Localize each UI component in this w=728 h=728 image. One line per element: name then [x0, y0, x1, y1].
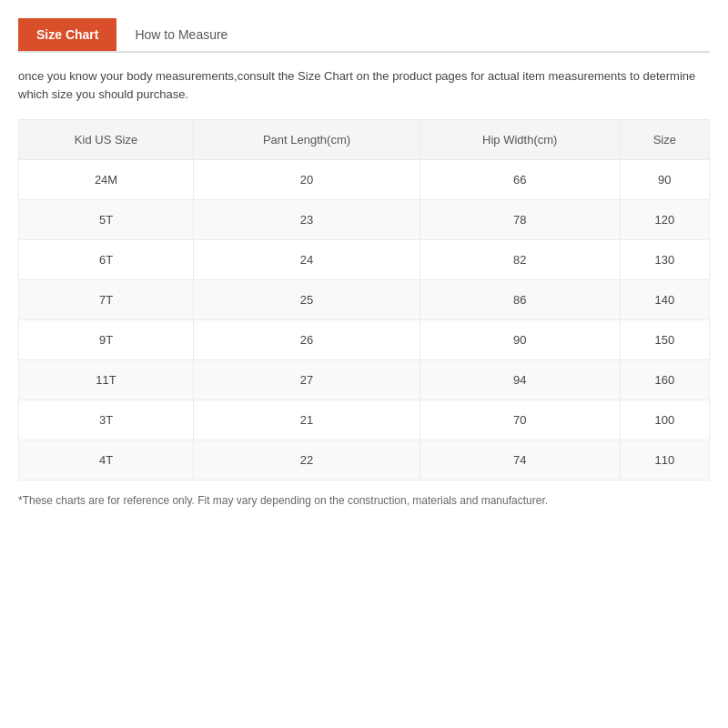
table-cell: 74 — [420, 440, 620, 480]
table-cell: 4T — [19, 440, 194, 480]
table-cell: 3T — [19, 400, 194, 440]
col-header-size: Size — [620, 120, 709, 160]
main-container: Size Chart How to Measure once you know … — [0, 0, 728, 527]
table-cell: 21 — [194, 400, 420, 440]
table-cell: 120 — [620, 200, 709, 240]
table-cell: 66 — [420, 160, 620, 200]
table-cell: 27 — [194, 360, 420, 400]
table-cell: 150 — [620, 320, 709, 360]
table-cell: 90 — [620, 160, 709, 200]
tab-size-chart[interactable]: Size Chart — [18, 18, 116, 51]
table-cell: 130 — [620, 240, 709, 280]
table-cell: 110 — [620, 440, 709, 480]
table-cell: 90 — [420, 320, 620, 360]
table-header-row: Kid US Size Pant Length(cm) Hip Width(cm… — [19, 120, 710, 160]
col-header-hip-width: Hip Width(cm) — [420, 120, 620, 160]
table-cell: 9T — [19, 320, 194, 360]
table-cell: 11T — [19, 360, 194, 400]
table-body: 24M2066905T23781206T24821307T25861409T26… — [19, 160, 710, 480]
table-row: 24M206690 — [19, 160, 710, 200]
table-cell: 25 — [194, 280, 420, 320]
table-row: 6T2482130 — [19, 240, 710, 280]
footnote-text: *These charts are for reference only. Fi… — [18, 493, 710, 509]
size-chart-table: Kid US Size Pant Length(cm) Hip Width(cm… — [18, 119, 710, 480]
table-cell: 100 — [620, 400, 709, 440]
table-row: 7T2586140 — [19, 280, 710, 320]
table-cell: 24 — [194, 240, 420, 280]
table-row: 4T2274110 — [19, 440, 710, 480]
table-cell: 78 — [420, 200, 620, 240]
description-text: once you know your body measurements,con… — [18, 67, 710, 103]
table-cell: 7T — [19, 280, 194, 320]
table-cell: 20 — [194, 160, 420, 200]
table-cell: 160 — [620, 360, 709, 400]
table-header: Kid US Size Pant Length(cm) Hip Width(cm… — [19, 120, 710, 160]
table-cell: 94 — [420, 360, 620, 400]
table-cell: 24M — [19, 160, 194, 200]
tabs-bar: Size Chart How to Measure — [18, 18, 710, 53]
table-cell: 26 — [194, 320, 420, 360]
col-header-pant-length: Pant Length(cm) — [194, 120, 420, 160]
table-cell: 6T — [19, 240, 194, 280]
col-header-kid-us-size: Kid US Size — [19, 120, 194, 160]
table-row: 3T2170100 — [19, 400, 710, 440]
table-row: 9T2690150 — [19, 320, 710, 360]
tab-how-to-measure[interactable]: How to Measure — [116, 18, 246, 51]
table-cell: 23 — [194, 200, 420, 240]
table-row: 11T2794160 — [19, 360, 710, 400]
table-cell: 70 — [420, 400, 620, 440]
table-cell: 82 — [420, 240, 620, 280]
table-row: 5T2378120 — [19, 200, 710, 240]
table-cell: 5T — [19, 200, 194, 240]
table-cell: 22 — [194, 440, 420, 480]
table-cell: 140 — [620, 280, 709, 320]
table-cell: 86 — [420, 280, 620, 320]
